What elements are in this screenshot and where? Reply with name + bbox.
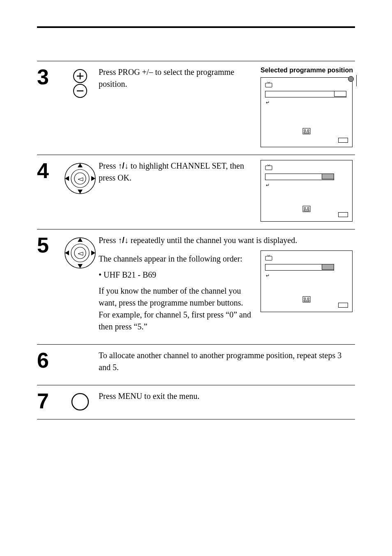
svg-marker-32 (78, 252, 83, 255)
menu-row-end (322, 174, 334, 179)
step-number: 5 (37, 234, 62, 256)
tv-screen-diagram: ↵ (261, 77, 353, 147)
cassette-icon (302, 296, 311, 304)
text-fragment: repeatedly until the channel you want is… (129, 236, 297, 245)
up-down-arrow-icon: ↑/↓ (118, 161, 129, 170)
menu-row-end (334, 91, 346, 97)
nav-wheel-icon (64, 237, 96, 269)
bullet-item: UHF B21 - B69 (99, 269, 252, 281)
menu-row (265, 91, 346, 97)
step-4: 4 Press ↑/↓ to highlight CHANNEL SET, th… (37, 155, 355, 229)
page: 3 Press PROG +/– to select the programme… (0, 0, 392, 556)
return-icon: ↵ (266, 183, 348, 188)
step-paragraph: Press ↑/↓ to highlight CHANNEL SET, then… (99, 160, 252, 184)
tv-icon (265, 164, 272, 171)
step-icon (62, 390, 99, 411)
step-text: Press PROG +/– to select the programme p… (99, 66, 252, 94)
svg-point-10 (307, 130, 309, 131)
tv-screen-diagram: ↵ (261, 160, 353, 222)
cassette-icon (302, 128, 311, 136)
svg-point-44 (307, 298, 309, 299)
svg-point-38 (80, 265, 81, 266)
step-number: 3 (37, 66, 62, 88)
step-number: 4 (37, 160, 62, 181)
return-icon: ↵ (266, 273, 348, 278)
step-icon-empty (62, 350, 99, 352)
svg-rect-39 (265, 256, 272, 260)
step-text-continued: The channels appear in the following ord… (99, 250, 252, 337)
step-icon (62, 66, 99, 99)
step-text: Press MENU to exit the menu. (99, 390, 355, 406)
step-figure: ↵ (261, 250, 355, 312)
cassette-icon (302, 206, 311, 214)
step-figure: Selected programme position ↵ (261, 66, 355, 147)
text-fragment: Press (99, 161, 118, 170)
step-5: 5 Press ↑/↓ repeatedly until the channel… (37, 229, 355, 344)
step-text: To allocate another channel to another p… (99, 350, 355, 378)
tv-icon (265, 82, 272, 88)
step-paragraph: Press PROG +/– to select the programme p… (99, 66, 252, 90)
menu-row-selected (265, 264, 334, 271)
step-6: 6 To allocate another channel to another… (37, 344, 355, 385)
svg-marker-15 (78, 178, 83, 181)
svg-point-46 (72, 394, 88, 410)
step-icon (62, 234, 99, 269)
svg-point-27 (307, 207, 309, 209)
step-paragraph: If you know the number of the channel yo… (99, 285, 252, 333)
step-paragraph: Press ↑/↓ repeatedly until the channel y… (99, 234, 355, 246)
svg-point-20 (80, 165, 81, 166)
prog-plus-minus-icon (72, 69, 88, 99)
text-fragment: Press (99, 236, 118, 245)
step-3: 3 Press PROG +/– to select the programme… (37, 61, 355, 155)
caption-leader-line (356, 75, 357, 86)
svg-marker-35 (65, 250, 69, 255)
menu-row-selected (265, 174, 334, 180)
svg-rect-45 (304, 300, 309, 301)
svg-point-21 (80, 191, 81, 192)
svg-rect-5 (265, 83, 272, 87)
svg-marker-18 (65, 176, 69, 181)
step-text: Press ↑/↓ repeatedly until the channel y… (99, 234, 355, 246)
svg-point-26 (304, 207, 306, 209)
svg-marker-19 (91, 176, 95, 181)
svg-rect-22 (265, 166, 272, 170)
nav-wheel-icon (64, 162, 96, 195)
step-paragraph: Press MENU to exit the menu. (99, 390, 355, 402)
speed-indicator-icon (338, 212, 348, 217)
step-paragraph: The channels appear in the following ord… (99, 253, 252, 265)
step-figure: ↵ (261, 160, 355, 222)
footer-rule (37, 419, 355, 419)
speed-indicator-icon (338, 138, 348, 143)
up-down-arrow-icon: ↑/↓ (118, 236, 129, 245)
svg-point-9 (304, 130, 306, 131)
svg-point-43 (304, 298, 306, 299)
figure-caption: Selected programme position (261, 66, 355, 75)
step-number: 7 (37, 390, 62, 412)
svg-marker-36 (91, 250, 95, 255)
menu-button-icon (71, 393, 89, 411)
tv-icon (265, 255, 272, 262)
highlight-dot-icon (348, 76, 354, 82)
svg-rect-28 (304, 210, 309, 211)
step-number: 6 (37, 350, 62, 371)
menu-row-end (322, 264, 334, 270)
step-7: 7 Press MENU to exit the menu. (37, 385, 355, 419)
tv-screen-diagram: ↵ (261, 250, 353, 312)
svg-point-37 (80, 240, 81, 241)
header-rule (37, 26, 355, 28)
speed-indicator-icon (338, 303, 348, 308)
caption-text: Selected programme position (261, 67, 353, 74)
return-icon: ↵ (266, 100, 348, 105)
svg-rect-11 (304, 132, 309, 133)
step-text: Press ↑/↓ to highlight CHANNEL SET, then… (99, 160, 252, 188)
step-icon (62, 160, 99, 195)
step-paragraph: To allocate another channel to another p… (99, 350, 355, 373)
